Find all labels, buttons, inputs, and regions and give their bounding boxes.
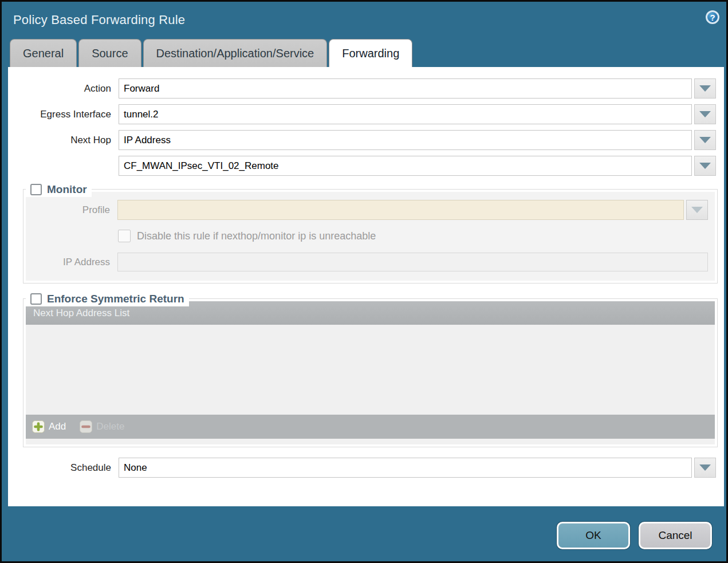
next-hop-address-dropdown-button[interactable] <box>694 156 716 176</box>
monitor-fieldset: Monitor Profile Disable this rule if nex… <box>23 189 718 284</box>
schedule-row: Schedule None <box>8 458 716 478</box>
tab-forwarding[interactable]: Forwarding <box>329 39 412 67</box>
next-hop-type-dropdown-button[interactable] <box>694 130 716 150</box>
enforce-symmetric-return-legend: Enforce Symmetric Return <box>26 292 189 306</box>
monitor-ip-address-label: IP Address <box>26 257 117 268</box>
next-hop-address-row: CF_MWAN_IPsec_VTI_02_Remote <box>8 156 716 176</box>
monitor-ip-address-field <box>117 253 708 271</box>
monitor-ip-address-row: IP Address <box>26 252 711 272</box>
delete-button: Delete <box>80 420 124 433</box>
next-hop-address-list-body <box>26 325 715 415</box>
tab-content-forwarding: Action Forward Egress Interface tunnel.2… <box>8 67 724 506</box>
tab-general[interactable]: General <box>10 39 77 67</box>
add-button[interactable]: Add <box>32 420 66 433</box>
action-row: Action Forward <box>8 78 716 99</box>
schedule-field[interactable]: None <box>119 458 692 478</box>
delete-button-label: Delete <box>96 421 124 432</box>
enforce-symmetric-return-fieldset: Enforce Symmetric Return Next Hop Addres… <box>23 298 718 447</box>
dialog-title: Policy Based Forwarding Rule <box>13 13 185 27</box>
enforce-symmetric-return-checkbox[interactable] <box>30 293 42 305</box>
chevron-down-icon <box>699 85 711 92</box>
dialog-titlebar: Policy Based Forwarding Rule ? <box>2 2 726 39</box>
monitor-checkbox[interactable] <box>30 184 42 195</box>
policy-based-forwarding-dialog: Policy Based Forwarding Rule ? General S… <box>0 0 728 563</box>
chevron-down-icon <box>699 137 711 143</box>
chevron-down-icon <box>699 111 711 117</box>
monitor-legend-label: Monitor <box>47 183 87 196</box>
egress-interface-field[interactable]: tunnel.2 <box>119 104 692 124</box>
dialog-footer: OK Cancel <box>2 506 726 561</box>
plus-icon <box>32 420 45 433</box>
disable-rule-row: Disable this rule if nexthop/monitor ip … <box>118 229 711 243</box>
add-button-label: Add <box>49 421 66 432</box>
action-label: Action <box>8 83 119 95</box>
chevron-down-icon <box>699 464 711 471</box>
schedule-dropdown-button[interactable] <box>694 458 716 478</box>
monitor-panel: Profile Disable this rule if nexthop/mon… <box>26 192 715 281</box>
help-icon[interactable]: ? <box>706 10 719 24</box>
egress-interface-row: Egress Interface tunnel.2 <box>8 104 716 124</box>
minus-icon <box>80 420 92 433</box>
action-field[interactable]: Forward <box>119 78 692 99</box>
tab-bar: General Source Destination/Application/S… <box>2 39 726 67</box>
next-hop-label: Next Hop <box>8 135 119 146</box>
chevron-down-icon <box>699 163 711 169</box>
next-hop-address-field[interactable]: CF_MWAN_IPsec_VTI_02_Remote <box>119 156 692 176</box>
next-hop-address-list-toolbar: Add Delete <box>26 415 715 439</box>
schedule-label: Schedule <box>8 462 119 474</box>
next-hop-row: Next Hop IP Address <box>8 130 716 150</box>
cancel-button[interactable]: Cancel <box>639 522 712 549</box>
ok-button[interactable]: OK <box>557 522 630 549</box>
egress-interface-dropdown-button[interactable] <box>694 104 716 124</box>
chevron-down-icon <box>691 207 703 213</box>
profile-field <box>117 200 684 220</box>
monitor-legend: Monitor <box>26 182 92 197</box>
enforce-symmetric-return-legend-label: Enforce Symmetric Return <box>47 293 184 305</box>
profile-row: Profile <box>26 200 711 220</box>
disable-rule-label: Disable this rule if nexthop/monitor ip … <box>137 230 376 242</box>
tab-destination-application-service[interactable]: Destination/Application/Service <box>143 39 328 67</box>
disable-rule-checkbox <box>118 230 131 242</box>
egress-interface-label: Egress Interface <box>8 109 119 120</box>
profile-label: Profile <box>26 204 117 216</box>
tab-source[interactable]: Source <box>78 39 141 67</box>
profile-dropdown-button <box>686 200 708 220</box>
table-bottom-strip <box>26 439 715 444</box>
next-hop-type-field[interactable]: IP Address <box>119 130 692 150</box>
action-dropdown-button[interactable] <box>694 78 716 99</box>
